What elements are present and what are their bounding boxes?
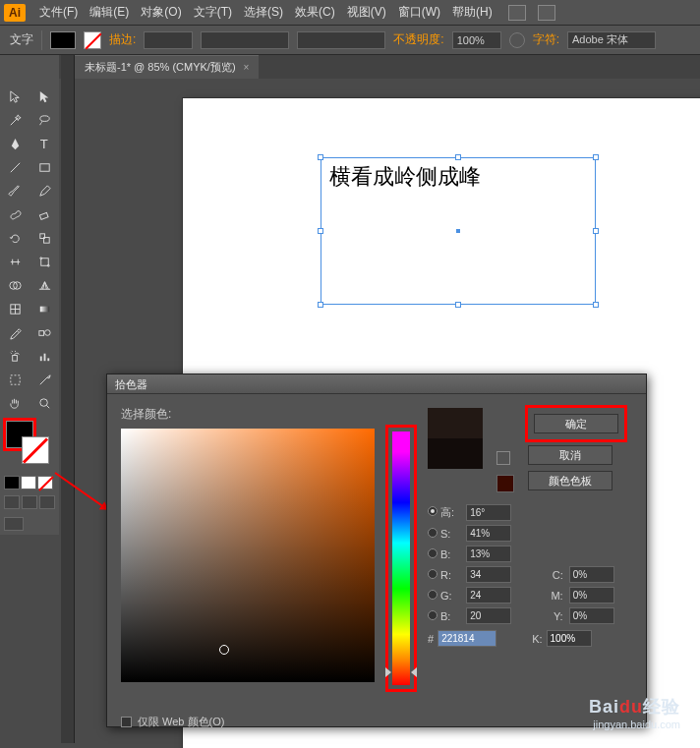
menu-window[interactable]: 窗口(W)	[392, 4, 446, 21]
hex-input[interactable]	[438, 630, 496, 647]
sv-cursor-icon	[219, 645, 229, 655]
rectangle-tool[interactable]	[29, 155, 59, 179]
m-input[interactable]	[569, 587, 614, 604]
s-input[interactable]	[466, 525, 511, 542]
close-tab-icon[interactable]: ×	[244, 62, 250, 73]
hue-slider[interactable]	[392, 432, 410, 685]
document-tab[interactable]: 未标题-1* @ 85% (CMYK/预览) ×	[75, 55, 259, 79]
artboard-tool[interactable]	[0, 368, 29, 391]
menu-effect[interactable]: 效果(C)	[289, 4, 341, 21]
brush-dropdown[interactable]	[297, 31, 385, 49]
paintbrush-tool[interactable]	[0, 179, 29, 202]
pencil-tool[interactable]	[29, 179, 59, 202]
type-tool[interactable]: T	[29, 132, 59, 155]
g-radio[interactable]	[428, 590, 438, 600]
perspective-grid-tool[interactable]	[29, 273, 59, 297]
r-radio[interactable]	[428, 569, 438, 579]
stroke-color-square[interactable]	[22, 436, 49, 464]
color-picker-dialog: 拾色器 选择颜色:	[106, 374, 647, 727]
saturation-value-field[interactable]	[121, 429, 375, 682]
menu-edit[interactable]: 编辑(E)	[84, 4, 135, 21]
text-content[interactable]: 横看成岭侧成峰	[321, 158, 595, 196]
cancel-button[interactable]: 取消	[528, 445, 612, 465]
hand-tool[interactable]	[0, 391, 29, 415]
app-logo: Ai	[4, 4, 26, 22]
mesh-tool[interactable]	[0, 297, 29, 320]
ok-button[interactable]: 确定	[534, 414, 618, 433]
menu-select[interactable]: 选择(S)	[238, 4, 289, 21]
eyedropper-tool[interactable]	[0, 320, 29, 344]
k-input[interactable]	[547, 630, 592, 647]
gradient-tool[interactable]	[29, 297, 59, 320]
slice-tool[interactable]	[29, 368, 59, 391]
b-rgb-radio[interactable]	[428, 610, 438, 620]
out-of-gamut-swatch[interactable]	[496, 475, 514, 492]
svg-text:T: T	[39, 137, 47, 151]
old-color-swatch[interactable]	[428, 438, 483, 469]
menu-view[interactable]: 视图(V)	[341, 4, 392, 21]
color-values-grid: 高: S: B: R: C: G: M: B: Y:	[428, 504, 632, 624]
fill-stroke-control[interactable]	[0, 415, 59, 474]
scale-tool[interactable]	[29, 226, 59, 250]
hex-label: #	[428, 633, 434, 645]
svg-rect-17	[39, 356, 41, 361]
selection-tool[interactable]	[0, 85, 29, 108]
mini-swatch-gradient[interactable]	[21, 476, 36, 489]
lasso-tool[interactable]	[29, 108, 59, 132]
blob-brush-tool[interactable]	[0, 202, 29, 226]
line-tool[interactable]	[0, 155, 29, 179]
blend-tool[interactable]	[29, 320, 59, 344]
y-input[interactable]	[569, 607, 614, 624]
b-rgb-input[interactable]	[466, 607, 511, 624]
stroke-swatch[interactable]	[84, 31, 101, 49]
eraser-tool[interactable]	[29, 202, 59, 226]
width-tool[interactable]	[0, 250, 29, 273]
c-input[interactable]	[569, 566, 614, 583]
menu-object[interactable]: 对象(O)	[135, 4, 187, 21]
menu-file[interactable]: 文件(F)	[33, 4, 84, 21]
screen-mode-icon[interactable]	[4, 517, 24, 531]
web-only-checkbox[interactable]	[121, 717, 132, 727]
rotate-tool[interactable]	[0, 226, 29, 250]
b-hsb-input[interactable]	[466, 546, 511, 562]
watermark: Baidu经验 jingyan.baidu.com	[589, 695, 680, 730]
h-input[interactable]	[466, 504, 511, 521]
draw-inside-icon[interactable]	[39, 495, 55, 509]
opacity-dropdown[interactable]: 100%	[452, 31, 501, 49]
bridge-icon[interactable]	[508, 5, 526, 21]
b-hsb-radio[interactable]	[428, 548, 438, 558]
svg-rect-13	[39, 306, 48, 312]
symbol-sprayer-tool[interactable]	[0, 344, 29, 368]
fill-swatch[interactable]	[50, 31, 76, 49]
stroke-profile-dropdown[interactable]	[201, 31, 289, 49]
menu-type[interactable]: 文字(T)	[188, 4, 238, 21]
svg-rect-19	[47, 358, 49, 361]
pen-tool[interactable]	[0, 132, 29, 155]
stroke-weight-dropdown[interactable]	[144, 31, 193, 49]
tool-name-label: 文字	[10, 31, 33, 48]
font-dropdown[interactable]: Adobe 宋体	[567, 31, 656, 49]
mini-swatch-color[interactable]	[4, 476, 20, 489]
swatches-button[interactable]: 颜色色板	[528, 471, 612, 490]
recolor-icon[interactable]	[509, 32, 525, 48]
panel-dock-strip	[61, 55, 75, 743]
draw-normal-icon[interactable]	[4, 495, 20, 509]
r-input[interactable]	[466, 566, 511, 583]
menu-help[interactable]: 帮助(H)	[446, 4, 498, 21]
free-transform-tool[interactable]	[29, 250, 59, 273]
svg-rect-20	[10, 374, 19, 383]
arrange-icon[interactable]	[538, 5, 555, 21]
text-frame[interactable]: 横看成岭侧成峰	[321, 157, 596, 305]
h-radio[interactable]	[428, 506, 438, 516]
s-radio[interactable]	[428, 528, 438, 538]
magic-wand-tool[interactable]	[0, 108, 29, 132]
mini-swatch-none[interactable]	[37, 476, 53, 489]
direct-selection-tool[interactable]	[29, 85, 59, 108]
3d-cube-icon[interactable]	[496, 451, 510, 465]
draw-behind-icon[interactable]	[22, 495, 37, 509]
g-input[interactable]	[466, 587, 511, 604]
tab-title: 未标题-1* @ 85% (CMYK/预览)	[85, 60, 236, 75]
shape-builder-tool[interactable]	[0, 273, 29, 297]
column-graph-tool[interactable]	[29, 344, 59, 368]
zoom-tool[interactable]	[29, 391, 59, 415]
